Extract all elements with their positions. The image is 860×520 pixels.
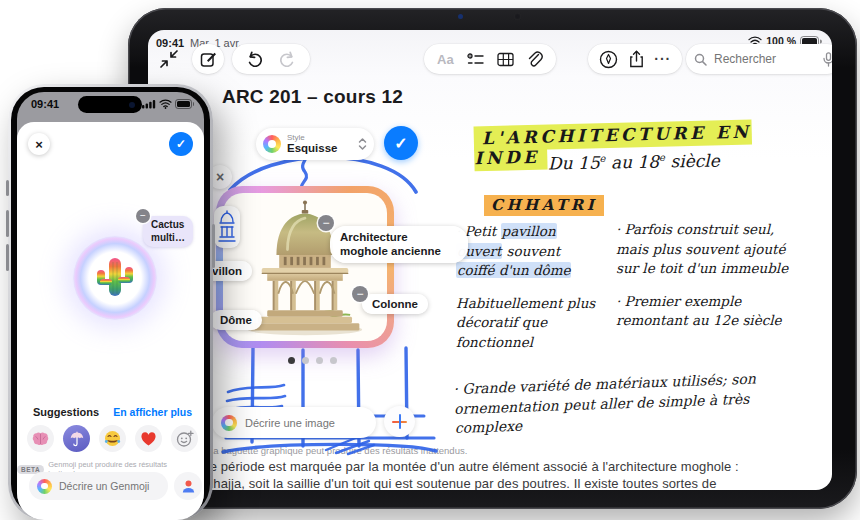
style-label: Style — [287, 134, 352, 142]
chevron-up-down-icon — [358, 137, 367, 151]
tag-colonne[interactable]: Colonne — [362, 294, 428, 314]
dynamic-island — [78, 96, 142, 113]
describe-genmoji-input[interactable] — [57, 479, 160, 493]
ipad-camera-dot — [458, 14, 463, 19]
table-icon[interactable] — [497, 52, 514, 67]
image-playground-icon — [263, 135, 281, 153]
more-button[interactable]: ··· — [654, 52, 671, 66]
compose-icon — [200, 51, 217, 68]
undo-redo-group — [232, 44, 310, 74]
describe-image-input[interactable] — [243, 416, 367, 430]
search-field[interactable] — [686, 44, 832, 74]
emoji-suggestions-row — [27, 425, 198, 452]
page-dot[interactable] — [302, 357, 309, 364]
suggestions-label: Suggestions — [33, 406, 99, 418]
person-genmoji-button[interactable] — [174, 472, 202, 500]
dictation-mic-icon[interactable] — [823, 52, 832, 67]
format-tools-group: Aa — [424, 44, 556, 74]
checklist-icon[interactable] — [467, 52, 484, 67]
note-title: ARC 201 – cours 12 — [222, 86, 403, 108]
original-sketch-thumbnail[interactable] — [214, 206, 240, 248]
style-picker[interactable]: Style Esquisse — [256, 128, 374, 160]
ipad-camera-lens — [514, 13, 521, 20]
style-value: Esquisse — [287, 142, 352, 154]
iphone-power-button — [212, 224, 215, 268]
heart-emoji-suggestion[interactable] — [135, 425, 162, 452]
brain-emoji-suggestion[interactable] — [27, 425, 54, 452]
genmoji-sheet: × ✓ — [17, 122, 204, 520]
page-dot[interactable] — [316, 357, 323, 364]
front-camera-dot — [129, 102, 135, 108]
genmoji-preview-glow — [73, 236, 157, 320]
image-playground-icon — [221, 415, 237, 431]
remove-tag-colonne-button[interactable]: − — [352, 286, 368, 302]
markup-pen-icon[interactable] — [599, 50, 618, 69]
text-format-button[interactable]: Aa — [437, 52, 454, 67]
new-genmoji-suggestion[interactable] — [171, 425, 198, 452]
notes-column-right: · Parfois construit seul, mais plus souv… — [616, 220, 794, 331]
note-bullet-2: Habituellement plus décoratif que foncti… — [456, 294, 614, 353]
genmoji-screen: 09:41 × ✓ — [17, 92, 204, 520]
scene: 09:41 Mar. 1 avr. 100 % — [0, 0, 860, 520]
note-body-line-2: hhajja, soit la saillie d'un toit qui es… — [206, 476, 717, 490]
iphone-device: 09:41 × ✓ — [8, 84, 213, 520]
genmoji-sparkle-icon — [37, 479, 52, 494]
note-actions-group: ··· — [588, 44, 682, 74]
accept-image-button[interactable]: ✓ — [384, 126, 418, 160]
remove-tag-arch-button[interactable]: − — [318, 215, 334, 231]
describe-image-field[interactable] — [212, 407, 376, 438]
tag-architecture-moghole[interactable]: Architecture moghole ancienne — [330, 226, 468, 263]
iphone-status-time: 09:41 — [31, 98, 59, 110]
page-dot[interactable] — [330, 357, 337, 364]
add-image-button[interactable] — [384, 406, 415, 437]
iphone-action-button — [6, 180, 9, 196]
note-bullet-3: · Parfois construit seul, mais plus souv… — [616, 220, 794, 279]
note-body-line-1: te période est marquée par la montée d'u… — [206, 459, 739, 474]
show-more-link[interactable]: En afficher plus — [113, 406, 192, 418]
image-pagination-dots[interactable] — [288, 357, 337, 364]
genmoji-accept-button[interactable]: ✓ — [169, 132, 193, 156]
compose-button[interactable] — [192, 44, 224, 74]
note-bullet-4: · Premier exemple remontant au 12e siècl… — [616, 292, 794, 331]
genmoji-close-button[interactable]: × — [28, 133, 50, 155]
handwritten-section-title: CHHATRI — [484, 196, 604, 214]
rainbow-cactus-genmoji — [94, 254, 136, 302]
notes-column-left: · Petit pavillon ouvert souvent coiffé d… — [456, 222, 614, 352]
umbrella-emoji-suggestion-selected[interactable] — [63, 425, 90, 452]
cellular-signal-icon — [142, 99, 156, 109]
share-icon[interactable] — [629, 50, 644, 68]
laughing-emoji-suggestion[interactable] — [99, 425, 126, 452]
notes-app-screen: 09:41 Mar. 1 avr. 100 % — [148, 30, 832, 490]
wifi-icon — [159, 99, 172, 109]
note-bullet-1: · Petit pavillon ouvert souvent coiffé d… — [456, 222, 614, 281]
attachment-icon[interactable] — [527, 51, 543, 68]
remove-cactus-tag-button[interactable]: − — [136, 209, 150, 223]
page-dot[interactable] — [288, 357, 295, 364]
search-icon — [694, 53, 707, 66]
ipad-device: 09:41 Mar. 1 avr. 100 % — [128, 8, 857, 509]
tag-dome[interactable]: Dôme — [210, 310, 262, 330]
redo-icon[interactable] — [278, 51, 296, 67]
iphone-volume-up — [6, 210, 9, 237]
search-input[interactable] — [712, 51, 818, 67]
iphone-volume-down — [6, 244, 9, 271]
collapse-icon[interactable] — [158, 48, 180, 70]
describe-genmoji-field[interactable] — [29, 472, 168, 500]
note-bullet-5: · Grande variété de matériaux utilisés; … — [453, 368, 805, 439]
undo-icon[interactable] — [246, 51, 264, 67]
battery-icon — [175, 99, 194, 109]
genmoji-prompt-tag[interactable]: Cactus multi… — [143, 216, 193, 247]
handwritten-subheading: Du 15e au 18e siècle — [548, 151, 720, 174]
